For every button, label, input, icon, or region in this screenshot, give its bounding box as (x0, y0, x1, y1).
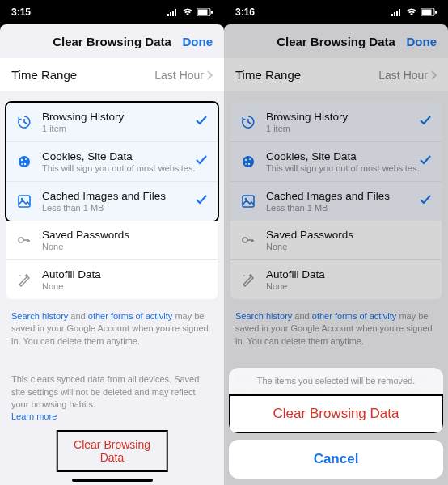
done-button[interactable]: Done (183, 35, 213, 48)
checkmark-icon (195, 193, 208, 209)
option-subtitle: This will sign you out of most websites. (42, 163, 196, 173)
time-range-label: Time Range (11, 68, 77, 82)
svg-rect-17 (394, 12, 395, 16)
signal-icon (391, 8, 403, 16)
svg-point-7 (19, 156, 30, 167)
learn-more-link[interactable]: Learn more (11, 411, 57, 421)
page-title: Clear Browsing Data (53, 35, 171, 48)
svg-point-13 (21, 198, 23, 200)
option-title: Autofill Data (42, 268, 101, 280)
option-row[interactable]: Browsing History1 item (6, 103, 218, 141)
action-sheet: The items you selected will be removed. … (229, 368, 443, 485)
screen: Clear Browsing Data Done Time Range Last… (0, 24, 224, 485)
header: Clear Browsing Data Done (0, 24, 224, 58)
checkmark-icon (195, 154, 208, 170)
info-text-2: This clears synced data from all devices… (0, 362, 224, 424)
option-subtitle: None (42, 281, 101, 291)
svg-rect-1 (170, 12, 171, 16)
svg-point-15 (19, 275, 21, 276)
plain-options-list: Saved PasswordsNoneAutofill DataNone (6, 221, 218, 299)
option-row[interactable]: Autofill DataNone (6, 259, 218, 299)
svg-rect-2 (172, 11, 174, 16)
svg-point-10 (24, 163, 26, 165)
clear-browsing-data-button[interactable]: Clear Browsing Data (56, 430, 168, 472)
search-history-link[interactable]: Search history (11, 311, 68, 321)
key-icon (16, 232, 32, 248)
time-range-value: Last Hour (154, 69, 213, 82)
status-indicators (167, 8, 213, 16)
sheet-cancel-button[interactable]: Cancel (229, 440, 443, 479)
battery-icon (197, 8, 213, 16)
phone-left: 3:15 Clear Browsing Data Done Time Range… (0, 0, 224, 485)
wifi-icon (182, 8, 193, 16)
cookie-icon (16, 154, 32, 170)
clear-options-list: Browsing History1 itemCookies, Site Data… (6, 103, 218, 221)
svg-rect-16 (391, 14, 393, 16)
svg-rect-0 (167, 14, 169, 16)
status-indicators (391, 8, 437, 16)
option-row[interactable]: Cached Images and FilesLess than 1 MB (6, 181, 218, 221)
svg-rect-21 (422, 10, 432, 15)
option-title: Browsing History (42, 111, 124, 123)
svg-point-8 (21, 159, 23, 161)
option-title: Saved Passwords (42, 229, 129, 241)
svg-rect-6 (211, 11, 213, 14)
sheet-clear-button[interactable]: Clear Browsing Data (229, 394, 443, 433)
sheet-message: The items you selected will be removed. (229, 368, 443, 394)
phone-right: 3:16 Clear Browsing Data Done Time Range… (224, 0, 448, 485)
checkmark-icon (195, 114, 208, 130)
svg-point-14 (19, 238, 23, 242)
info-text-1: Search history and other forms of activi… (0, 299, 224, 348)
option-row[interactable]: Cookies, Site DataThis will sign you out… (6, 141, 218, 181)
time-range-row[interactable]: Time Range Last Hour (0, 58, 224, 91)
statusbar: 3:15 (0, 0, 224, 24)
svg-point-9 (25, 158, 27, 160)
option-subtitle: None (42, 242, 129, 251)
screen: Clear Browsing Data Done Time Range Last… (224, 24, 448, 485)
signal-icon (167, 8, 179, 16)
home-indicator (72, 479, 153, 482)
option-subtitle: Less than 1 MB (42, 203, 166, 213)
option-row[interactable]: Saved PasswordsNone (6, 221, 218, 259)
status-time: 3:16 (235, 6, 255, 18)
history-icon (16, 114, 32, 130)
svg-rect-3 (175, 9, 176, 16)
wifi-icon (406, 8, 417, 16)
svg-rect-5 (198, 10, 208, 15)
chevron-right-icon (207, 70, 213, 80)
option-title: Cached Images and Files (42, 190, 166, 202)
svg-rect-19 (399, 9, 400, 16)
cache-icon (16, 193, 32, 209)
statusbar: 3:16 (224, 0, 448, 24)
battery-icon (421, 8, 437, 16)
option-title: Cookies, Site Data (42, 150, 196, 162)
other-activity-link[interactable]: other forms of activity (88, 311, 173, 321)
autofill-icon (16, 272, 32, 288)
svg-rect-22 (435, 11, 437, 14)
svg-rect-18 (396, 11, 398, 16)
svg-point-11 (21, 163, 23, 165)
status-time: 3:15 (11, 6, 31, 18)
option-subtitle: 1 item (42, 124, 124, 133)
